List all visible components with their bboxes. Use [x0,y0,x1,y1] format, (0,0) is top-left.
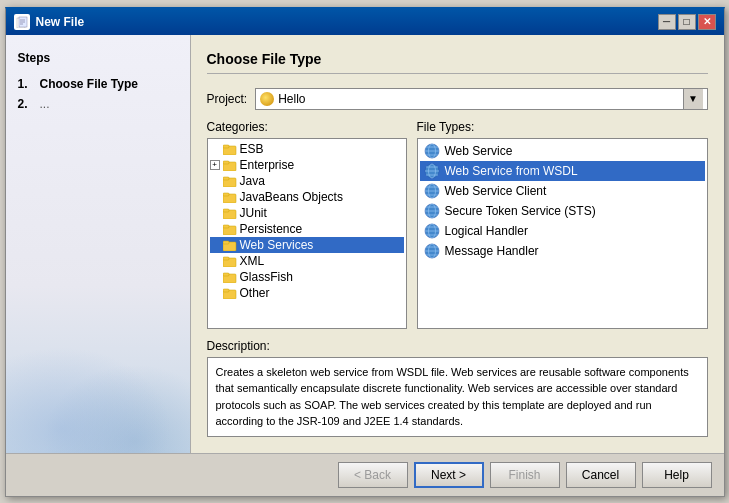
combo-dropdown-arrow[interactable]: ▼ [683,89,703,109]
webservice-icon [424,143,440,159]
category-esb[interactable]: ESB [210,141,404,157]
svg-rect-10 [223,177,229,180]
window-controls: ─ □ ✕ [658,14,716,30]
category-glassfish-label: GlassFish [240,270,293,284]
categories-label: Categories: [207,120,407,134]
step-1-label: Choose File Type [40,77,138,91]
filetype-message-handler[interactable]: Message Handler [420,241,705,261]
svg-rect-16 [223,225,229,228]
folder-icon [223,207,237,219]
category-xml-label: XML [240,254,265,268]
folder-icon [223,159,237,171]
folder-icon [223,175,237,187]
svg-rect-18 [223,241,229,244]
description-text: Creates a skeleton web service from WSDL… [216,366,689,428]
titlebar: New File ─ □ ✕ [6,9,724,35]
step-1: 1. Choose File Type [18,77,178,91]
filetype-secure-token-label: Secure Token Service (STS) [445,204,596,218]
step-2: 2. ... [18,97,178,111]
category-webservices[interactable]: Web Services [210,237,404,253]
filetype-webservice-client-label: Web Service Client [445,184,547,198]
description-label: Description: [207,339,708,353]
window-title: New File [36,15,652,29]
description-box: Creates a skeleton web service from WSDL… [207,357,708,437]
finish-button[interactable]: Finish [490,462,560,488]
category-xml[interactable]: XML [210,253,404,269]
folder-icon [223,239,237,251]
filetype-secure-token[interactable]: Secure Token Service (STS) [420,201,705,221]
filetypes-listbox[interactable]: Web Service [417,138,708,329]
category-persistence-label: Persistence [240,222,303,236]
project-label: Project: [207,92,248,106]
next-button[interactable]: Next > [414,462,484,488]
window-icon [14,14,30,30]
category-persistence[interactable]: Persistence [210,221,404,237]
folder-icon [223,143,237,155]
lists-row: Categories: ESB [207,120,708,329]
category-junit-label: JUnit [240,206,267,220]
folder-icon [223,255,237,267]
category-junit[interactable]: JUnit [210,205,404,221]
webservice-client-icon [424,183,440,199]
sidebar-decoration [6,333,190,453]
secure-token-icon [424,203,440,219]
filetype-webservice-label: Web Service [445,144,513,158]
category-esb-label: ESB [240,142,264,156]
dialog-content: Steps 1. Choose File Type 2. ... Choose … [6,35,724,453]
project-value: Hello [278,92,305,106]
filetype-webservice-wsdl[interactable]: Web Service from WSDL [420,161,705,181]
maximize-button[interactable]: □ [678,14,696,30]
category-webservices-label: Web Services [240,238,314,252]
categories-section: Categories: ESB [207,120,407,329]
minimize-button[interactable]: ─ [658,14,676,30]
steps-list: 1. Choose File Type 2. ... [18,77,178,111]
project-row: Project: Hello ▼ [207,88,708,110]
project-combo[interactable]: Hello ▼ [255,88,707,110]
filetype-webservice[interactable]: Web Service [420,141,705,161]
category-glassfish[interactable]: GlassFish [210,269,404,285]
category-other[interactable]: Other [210,285,404,301]
svg-rect-6 [223,145,229,148]
page-title: Choose File Type [207,51,708,74]
filetypes-label: File Types: [417,120,708,134]
new-file-dialog: New File ─ □ ✕ Steps 1. Choose File Type… [5,7,725,497]
sidebar: Steps 1. Choose File Type 2. ... [6,35,191,453]
main-area: Choose File Type Project: Hello ▼ Catego… [191,35,724,453]
svg-rect-22 [223,273,229,276]
back-button[interactable]: < Back [338,462,408,488]
filetypes-section: File Types: [417,120,708,329]
folder-icon [223,191,237,203]
help-button[interactable]: Help [642,462,712,488]
description-section: Description: Creates a skeleton web serv… [207,339,708,437]
button-bar: < Back Next > Finish Cancel Help [6,453,724,496]
folder-icon [223,287,237,299]
filetype-logical-handler-label: Logical Handler [445,224,528,238]
category-java[interactable]: Java [210,173,404,189]
filetype-webservice-wsdl-label: Web Service from WSDL [445,164,578,178]
category-javabeans-label: JavaBeans Objects [240,190,343,204]
project-globe-icon [260,92,274,106]
filetype-webservice-client[interactable]: Web Service Client [420,181,705,201]
category-javabeans[interactable]: JavaBeans Objects [210,189,404,205]
close-button[interactable]: ✕ [698,14,716,30]
category-enterprise[interactable]: + Enterprise [210,157,404,173]
webservice-wsdl-icon [424,163,440,179]
svg-rect-20 [223,257,229,260]
filetype-logical-handler[interactable]: Logical Handler [420,221,705,241]
steps-heading: Steps [18,51,178,65]
category-enterprise-label: Enterprise [240,158,295,172]
project-combo-inner: Hello [260,92,682,106]
category-java-label: Java [240,174,265,188]
step-2-num: 2. [18,97,34,111]
expand-enterprise-btn[interactable]: + [210,160,220,170]
cancel-button[interactable]: Cancel [566,462,636,488]
categories-listbox[interactable]: ESB + Enterprise [207,138,407,329]
category-other-label: Other [240,286,270,300]
step-1-num: 1. [18,77,34,91]
svg-rect-14 [223,209,229,212]
filetype-message-handler-label: Message Handler [445,244,539,258]
logical-handler-icon [424,223,440,239]
message-handler-icon [424,243,440,259]
svg-rect-12 [223,193,229,196]
svg-rect-8 [223,161,229,164]
